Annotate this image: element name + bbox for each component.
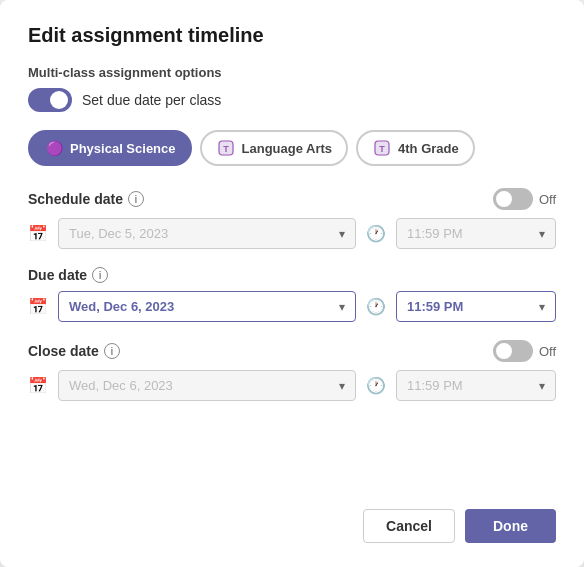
due-date-info-icon[interactable]: i bbox=[92, 267, 108, 283]
close-time-chevron: ▾ bbox=[539, 379, 545, 393]
svg-text:T: T bbox=[379, 144, 385, 154]
edit-assignment-modal: Edit assignment timeline Multi-class ass… bbox=[0, 0, 584, 567]
close-date-row: 📅 Wed, Dec 6, 2023 ▾ 🕐 11:59 PM ▾ bbox=[28, 370, 556, 401]
due-date-header: Due date i bbox=[28, 267, 556, 283]
toggle-knob bbox=[50, 91, 68, 109]
schedule-date-label: Schedule date bbox=[28, 191, 123, 207]
close-date-info-icon[interactable]: i bbox=[104, 343, 120, 359]
schedule-toggle-off-label: Off bbox=[539, 192, 556, 207]
schedule-date-value: Tue, Dec 5, 2023 bbox=[69, 226, 331, 241]
due-date-title: Due date i bbox=[28, 267, 108, 283]
done-button[interactable]: Done bbox=[465, 509, 556, 543]
schedule-time-chevron: ▾ bbox=[539, 227, 545, 241]
close-time-value: 11:59 PM bbox=[407, 378, 531, 393]
close-date-field[interactable]: Wed, Dec 6, 2023 ▾ bbox=[58, 370, 356, 401]
due-time-chevron: ▾ bbox=[539, 300, 545, 314]
schedule-time-value: 11:59 PM bbox=[407, 226, 531, 241]
due-clock-icon: 🕐 bbox=[366, 297, 386, 316]
4th-grade-icon: T bbox=[372, 138, 392, 158]
tab-language-arts[interactable]: T Language Arts bbox=[200, 130, 349, 166]
schedule-date-info-icon[interactable]: i bbox=[128, 191, 144, 207]
close-date-header: Close date i Off bbox=[28, 340, 556, 362]
close-date-section: Close date i Off 📅 Wed, Dec 6, 2023 ▾ 🕐 … bbox=[28, 340, 556, 401]
schedule-date-chevron: ▾ bbox=[339, 227, 345, 241]
close-date-label: Close date bbox=[28, 343, 99, 359]
due-time-field[interactable]: 11:59 PM ▾ bbox=[396, 291, 556, 322]
modal-footer: Cancel Done bbox=[28, 491, 556, 543]
modal-title: Edit assignment timeline bbox=[28, 24, 556, 47]
schedule-date-row: 📅 Tue, Dec 5, 2023 ▾ 🕐 11:59 PM ▾ bbox=[28, 218, 556, 249]
due-date-field[interactable]: Wed, Dec 6, 2023 ▾ bbox=[58, 291, 356, 322]
schedule-date-header: Schedule date i Off bbox=[28, 188, 556, 210]
tab-4th-grade[interactable]: T 4th Grade bbox=[356, 130, 475, 166]
close-date-value: Wed, Dec 6, 2023 bbox=[69, 378, 331, 393]
tab-physical-science-label: Physical Science bbox=[70, 141, 176, 156]
tab-4th-grade-label: 4th Grade bbox=[398, 141, 459, 156]
close-clock-icon: 🕐 bbox=[366, 376, 386, 395]
physical-science-icon: 🟣 bbox=[44, 138, 64, 158]
close-toggle-knob bbox=[496, 343, 512, 359]
language-arts-icon: T bbox=[216, 138, 236, 158]
cancel-button[interactable]: Cancel bbox=[363, 509, 455, 543]
schedule-date-title: Schedule date i bbox=[28, 191, 144, 207]
schedule-date-section: Schedule date i Off 📅 Tue, Dec 5, 2023 ▾… bbox=[28, 188, 556, 249]
due-date-chevron: ▾ bbox=[339, 300, 345, 314]
close-cal-icon: 📅 bbox=[28, 376, 48, 395]
schedule-time-field[interactable]: 11:59 PM ▾ bbox=[396, 218, 556, 249]
schedule-date-field[interactable]: Tue, Dec 5, 2023 ▾ bbox=[58, 218, 356, 249]
multiclass-label: Multi-class assignment options bbox=[28, 65, 556, 80]
schedule-toggle-knob bbox=[496, 191, 512, 207]
tab-language-arts-label: Language Arts bbox=[242, 141, 333, 156]
due-date-row: 📅 Wed, Dec 6, 2023 ▾ 🕐 11:59 PM ▾ bbox=[28, 291, 556, 322]
toggle-row: Set due date per class bbox=[28, 88, 556, 112]
due-date-section: Due date i 📅 Wed, Dec 6, 2023 ▾ 🕐 11:59 … bbox=[28, 267, 556, 322]
close-date-chevron: ▾ bbox=[339, 379, 345, 393]
due-date-value: Wed, Dec 6, 2023 bbox=[69, 299, 331, 314]
class-tabs: 🟣 Physical Science T Language Arts T 4th… bbox=[28, 130, 556, 166]
schedule-toggle-row: Off bbox=[493, 188, 556, 210]
due-date-label: Due date bbox=[28, 267, 87, 283]
due-time-value: 11:59 PM bbox=[407, 299, 531, 314]
due-cal-icon: 📅 bbox=[28, 297, 48, 316]
close-toggle-off-label: Off bbox=[539, 344, 556, 359]
toggle-label: Set due date per class bbox=[82, 92, 221, 108]
schedule-date-toggle[interactable] bbox=[493, 188, 533, 210]
schedule-cal-icon: 📅 bbox=[28, 224, 48, 243]
svg-text:T: T bbox=[223, 144, 229, 154]
close-toggle-row: Off bbox=[493, 340, 556, 362]
close-date-title: Close date i bbox=[28, 343, 120, 359]
close-time-field[interactable]: 11:59 PM ▾ bbox=[396, 370, 556, 401]
close-date-toggle[interactable] bbox=[493, 340, 533, 362]
schedule-clock-icon: 🕐 bbox=[366, 224, 386, 243]
tab-physical-science[interactable]: 🟣 Physical Science bbox=[28, 130, 192, 166]
set-due-date-toggle[interactable] bbox=[28, 88, 72, 112]
